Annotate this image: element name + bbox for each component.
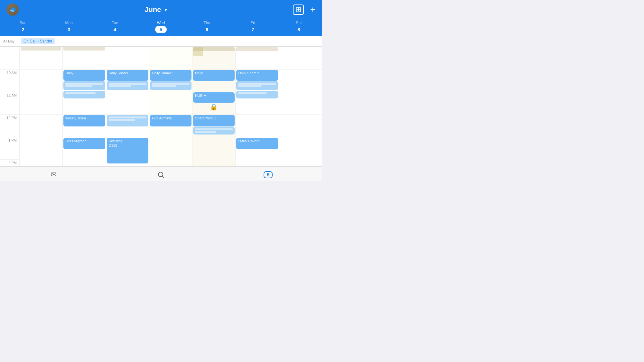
col-fri: Daily ShareP O365 Govern — [235, 47, 278, 166]
col-mon: Daily weekly Team SPO Migratio... — [62, 47, 106, 166]
col-wed: Daily ShareP Hub Adminis — [149, 47, 192, 166]
all-day-event-oncall[interactable]: On Call - Sandra — [21, 38, 55, 44]
event-daily-mon[interactable]: Daily — [63, 70, 105, 81]
event-blurred-tue[interactable] — [107, 81, 148, 90]
day-mon3[interactable]: Mon 3 — [48, 21, 90, 33]
blurred-top-event-sun — [21, 47, 61, 51]
day-wed5[interactable]: Wed 5 — [140, 21, 182, 33]
tab-calendar[interactable]: 5 — [258, 168, 278, 181]
svg-point-0 — [158, 172, 163, 177]
time-10am: 10 AM — [0, 69, 19, 92]
all-day-label: All Day — [3, 39, 21, 43]
event-blurred-thu[interactable] — [193, 127, 235, 135]
day-sat8[interactable]: Sat 8 — [278, 21, 320, 33]
tab-mail[interactable]: ✉ — [44, 168, 63, 181]
event-securing-o365-tue[interactable]: SecuringO365 — [107, 138, 148, 163]
blurred-top-event-fri — [236, 47, 278, 51]
event-blurred2-fri[interactable] — [236, 91, 278, 98]
calendar-day-badge: 5 — [264, 171, 273, 178]
col-sat — [279, 47, 322, 166]
add-event-button[interactable]: + — [310, 5, 315, 15]
time-1pm: 1 PM — [0, 137, 19, 159]
day-tue4[interactable]: Tue 4 — [94, 21, 136, 33]
event-daily-sharep-fri[interactable]: Daily ShareP — [236, 70, 278, 81]
lock-icon: 🔒 — [210, 103, 218, 111]
month-title: June — [145, 5, 161, 14]
event-blurred2-tue[interactable] — [107, 115, 148, 126]
time-column: 10 AM 11 AM 12 PM 1 PM 2 PM — [0, 47, 19, 166]
day-navigation: Sun 2 Mon 3 Tue 4 Wed 5 Thu 6 Fri 7 Sat … — [0, 19, 322, 36]
tab-search[interactable] — [151, 168, 171, 181]
event-daily-thu[interactable]: Daily — [193, 70, 235, 81]
day-sun2[interactable]: Sun 2 — [2, 21, 44, 33]
time-11am: 11 AM — [0, 92, 19, 114]
time-2pm: 2 PM — [0, 159, 19, 166]
col-sun — [19, 47, 62, 166]
event-blurred2-mon[interactable] — [63, 91, 105, 98]
event-blurred1-fri[interactable] — [236, 81, 278, 90]
event-daily-sharep-tue[interactable]: Daily ShareP — [107, 70, 148, 81]
event-daily-sharep-wed[interactable]: Daily ShareP — [150, 70, 191, 81]
tab-bar: ✉ 5 — [0, 166, 322, 181]
day-thu6[interactable]: Thu 6 — [186, 21, 228, 33]
svg-line-1 — [162, 176, 164, 178]
month-selector[interactable]: June ▾ — [145, 5, 167, 14]
event-o365-govern-fri[interactable]: O365 Govern — [236, 138, 278, 149]
event-hub-adminis-wed[interactable]: Hub Adminis — [150, 115, 191, 126]
thu-top-block — [193, 47, 203, 56]
event-weekly-team-mon[interactable]: weekly Team — [63, 115, 105, 126]
header-actions: ⊞ + — [293, 5, 315, 15]
grid-icon[interactable]: ⊞ — [293, 5, 304, 15]
calendar-body: 10 AM 11 AM 12 PM 1 PM 2 PM Dai — [0, 47, 322, 166]
app-header: 🧢 June ▾ ⊞ + — [0, 0, 322, 19]
event-spo-migration-mon[interactable]: SPO Migratio... — [63, 138, 105, 149]
chevron-down-icon: ▾ — [164, 7, 167, 13]
grid-area: Daily weekly Team SPO Migratio... — [19, 47, 322, 166]
all-day-row: All Day On Call - Sandra — [0, 36, 322, 47]
event-sharepoint-thu[interactable]: SharePoint C — [193, 115, 235, 126]
time-12pm: 12 PM — [0, 114, 19, 137]
col-thu: Daily HUB M... 🔒 SharePoint C — [192, 47, 235, 166]
event-hub-thu[interactable]: HUB M... — [193, 92, 235, 103]
blurred-top-event-mon — [63, 47, 105, 51]
event-blurred1-mon[interactable] — [63, 81, 105, 90]
col-tue: Daily ShareP SecuringO365 — [106, 47, 149, 166]
avatar[interactable]: 🧢 — [6, 4, 19, 16]
event-blurred-wed[interactable] — [150, 81, 191, 90]
day-fri7[interactable]: Fri 7 — [232, 21, 274, 33]
